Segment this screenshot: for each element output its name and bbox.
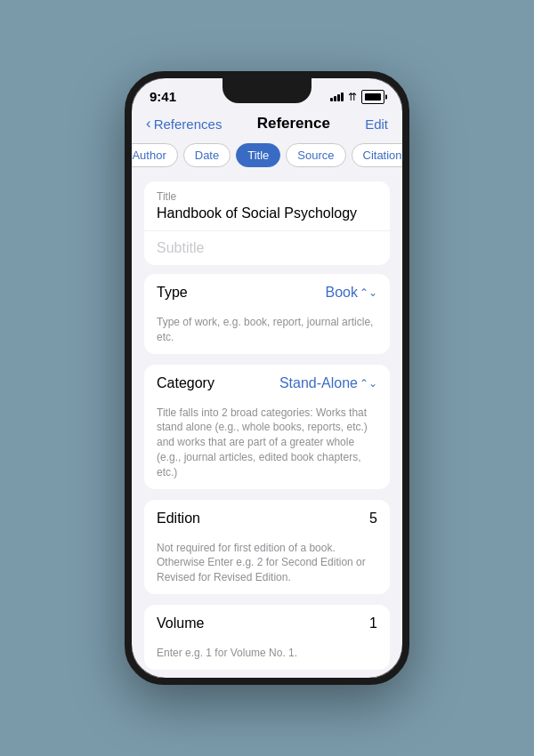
wifi-icon: ⇈ (348, 91, 357, 103)
subtitle-placeholder: Subtitle (157, 240, 377, 256)
edition-card: Edition 5 Not required for first edition… (144, 500, 390, 594)
status-time: 9:41 (150, 89, 176, 104)
type-card: Type Book ⌃⌄ Type of work, e.g. book, re… (144, 274, 390, 354)
tab-source[interactable]: Source (286, 143, 345, 167)
tab-bar: Author Date Title Source Citation (132, 138, 402, 174)
category-help-text: Title falls into 2 broad categories: Wor… (144, 402, 390, 489)
tab-date[interactable]: Date (183, 143, 231, 167)
type-chevron-icon: ⌃⌄ (360, 286, 377, 299)
category-card: Category Stand-Alone ⌃⌄ Title falls into… (144, 365, 390, 489)
volume-label: Volume (157, 615, 204, 631)
volume-card: Volume 1 Enter e.g. 1 for Volume No. 1. (144, 605, 390, 670)
category-chevron-icon: ⌃⌄ (360, 377, 377, 390)
volume-row[interactable]: Volume 1 (144, 605, 390, 642)
signal-icon (330, 92, 344, 101)
nav-bar: ‹ References Reference Edit (132, 108, 402, 138)
type-value[interactable]: Book ⌃⌄ (326, 285, 377, 301)
category-label: Category (157, 375, 214, 391)
content-area: Title Handbook of Social Psychology Subt… (132, 174, 402, 678)
title-value: Handbook of Social Psychology (157, 205, 377, 221)
chevron-left-icon: ‹ (146, 115, 151, 133)
title-field-row[interactable]: Title Handbook of Social Psychology (144, 181, 390, 231)
edition-label: Edition (157, 511, 200, 527)
volume-value: 1 (369, 615, 377, 631)
back-button[interactable]: ‹ References (146, 115, 222, 133)
volume-help-text: Enter e.g. 1 for Volume No. 1. (144, 642, 390, 670)
page-title: Reference (257, 115, 330, 133)
battery-icon (361, 90, 384, 104)
subtitle-field-row[interactable]: Subtitle (144, 231, 390, 265)
edition-row[interactable]: Edition 5 (144, 500, 390, 537)
category-value[interactable]: Stand-Alone ⌃⌄ (279, 375, 377, 391)
edition-value: 5 (369, 511, 377, 527)
tab-title[interactable]: Title (236, 143, 280, 167)
tab-citation[interactable]: Citation (352, 143, 403, 167)
category-row[interactable]: Category Stand-Alone ⌃⌄ (144, 365, 390, 402)
type-help-text: Type of work, e.g. book, report, journal… (144, 311, 390, 354)
type-row[interactable]: Type Book ⌃⌄ (144, 274, 390, 311)
title-card: Title Handbook of Social Psychology Subt… (144, 181, 390, 265)
back-label: References (154, 117, 222, 132)
status-icons: ⇈ (330, 90, 384, 104)
title-label: Title (157, 190, 377, 203)
edit-button[interactable]: Edit (365, 117, 388, 132)
edition-help-text: Not required for first edition of a book… (144, 537, 390, 594)
type-label: Type (157, 285, 188, 301)
tab-author[interactable]: Author (132, 143, 178, 167)
notch (222, 78, 312, 103)
